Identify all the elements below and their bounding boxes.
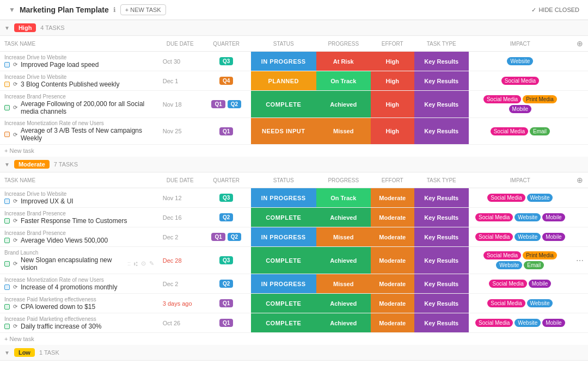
task-name-label: New Slogan encapsulating new vision	[21, 256, 124, 271]
quarter-badge: Q1	[219, 319, 233, 327]
impact-cell: Social MediaPrint MediaWebsiteEmail	[469, 247, 572, 274]
status-badge: IN PROGRESS	[251, 227, 316, 246]
task-type-icon: ⟳	[13, 261, 17, 267]
due-date-cell: Nov 25	[158, 118, 202, 145]
due-date-label: Nov 18	[163, 101, 182, 108]
due-date-label: 3 days ago	[163, 300, 192, 307]
impact-tag: Social Media	[483, 95, 521, 103]
drag-handle[interactable]: ::	[127, 261, 131, 267]
task-parent-label: Increase Brand Presence	[4, 230, 154, 236]
link-icon[interactable]: ⊙	[141, 260, 146, 267]
effort-cell: Moderate	[371, 294, 414, 313]
task-checkbox[interactable]	[4, 284, 10, 290]
task-checkbox[interactable]	[4, 132, 10, 137]
more-cell	[572, 208, 588, 227]
quarter-cell: Q3	[202, 188, 251, 208]
task-name-cell: Brand Launch ⟳ New Slogan encapsulating …	[0, 247, 158, 274]
effort-cell: Moderate	[371, 227, 414, 247]
new-task-link[interactable]: + New task	[4, 147, 34, 154]
task-type-cell: Key Results	[414, 274, 469, 294]
impact-tag: Social Media	[487, 299, 525, 307]
task-type-cell: Key Results	[414, 294, 469, 313]
quarter-badge: Q1	[219, 127, 233, 135]
col-header-due-date: DUE DATE	[158, 36, 202, 52]
col-header-quarter: QUARTER	[202, 361, 251, 366]
task-checkbox[interactable]	[4, 304, 10, 310]
new-task-link[interactable]: + New task	[4, 336, 34, 342]
col-header-task-type: TASK TYPE	[414, 361, 469, 366]
collapse-header-icon[interactable]: ▼	[9, 6, 15, 14]
impact-tag: Website	[507, 57, 533, 65]
task-type-badge: Key Results	[414, 71, 469, 90]
task-name-label: Improved UX & UI	[21, 197, 74, 205]
task-type-icon: ⟳	[13, 104, 17, 110]
col-header-task-type: TASK TYPE	[414, 172, 469, 188]
task-checkbox[interactable]	[4, 261, 10, 267]
impact-tag: Social Media	[487, 194, 525, 202]
task-checkbox[interactable]	[4, 62, 10, 67]
collapse-icon-high[interactable]: ▼	[4, 25, 10, 31]
more-cell	[572, 188, 588, 208]
more-options-icon[interactable]: ⋯	[576, 256, 584, 265]
new-task-row-moderate: + New task	[0, 333, 588, 345]
col-header-add: ⊕	[572, 36, 588, 52]
effort-cell: Moderate	[371, 274, 414, 294]
task-checkbox[interactable]	[4, 218, 10, 224]
hide-closed-button[interactable]: ✓ HIDE CLOSED	[531, 7, 579, 14]
due-date-cell: Nov 12	[158, 188, 202, 208]
effort-badge: Moderate	[371, 313, 414, 332]
add-column-icon[interactable]: ⊕	[577, 39, 583, 48]
status-badge: COMPLETE	[251, 294, 316, 313]
progress-badge: Achieved	[316, 247, 371, 274]
task-checkbox[interactable]	[4, 105, 10, 110]
progress-badge: Achieved	[316, 91, 371, 117]
due-date-cell: Dec 28	[158, 247, 202, 274]
task-checkbox[interactable]	[4, 199, 10, 204]
task-checkbox[interactable]	[4, 238, 10, 243]
quarter-cell: Q1Q2	[202, 91, 251, 118]
task-type-badge: Key Results	[414, 274, 469, 293]
task-type-icon: ⟳	[13, 237, 17, 243]
priority-badge-low: Low	[14, 348, 35, 357]
progress-cell: Achieved	[316, 294, 371, 313]
status-cell: COMPLETE	[251, 208, 316, 227]
impact-cell: Website	[469, 52, 572, 71]
group-header-low: ▼ Low 1 TASK	[0, 345, 588, 361]
more-cell: ⋯	[572, 247, 588, 274]
collapse-icon-moderate[interactable]: ▼	[4, 162, 10, 168]
add-column-icon[interactable]: ⊕	[577, 176, 583, 184]
task-name-label: Increase of 4 promotions monthly	[21, 283, 117, 291]
info-icon[interactable]: ℹ	[113, 6, 116, 14]
effort-cell: High	[371, 52, 414, 71]
impact-cell: Social MediaMobile	[469, 274, 572, 294]
status-cell: NEEDS INPUT	[251, 118, 316, 145]
task-checkbox[interactable]	[4, 82, 10, 87]
new-task-button[interactable]: + NEW TASK	[120, 4, 166, 15]
group-header-moderate: ▼ Moderate 7 TASKS	[0, 157, 588, 172]
impact-tag: Social Media	[475, 233, 513, 241]
status-badge: COMPLETE	[251, 247, 316, 274]
col-header-status: STATUS	[251, 361, 316, 366]
impact-tag: Mobile	[509, 105, 531, 113]
due-date-cell: 3 days ago	[158, 294, 202, 313]
progress-cell: Achieved	[316, 91, 371, 118]
quarter-badge: Q2	[219, 280, 233, 288]
task-type-cell: Key Results	[414, 71, 469, 91]
branch-icon[interactable]: ⑆	[134, 261, 138, 267]
col-header-impact: IMPACT	[469, 361, 572, 366]
task-type-cell: Key Results	[414, 91, 469, 118]
collapse-icon-low[interactable]: ▼	[4, 350, 10, 356]
due-date-cell: Dec 16	[158, 208, 202, 227]
col-header-impact: IMPACT	[469, 36, 572, 52]
task-checkbox[interactable]	[4, 324, 10, 329]
impact-tag: Website	[496, 261, 522, 269]
col-header-impact: IMPACT	[469, 172, 572, 188]
edit-icon[interactable]: ✎	[149, 260, 154, 267]
task-name-cell: Increase Brand Presence ⟳ Average Video …	[0, 227, 158, 247]
task-type-badge: Key Results	[414, 118, 469, 144]
progress-cell: Missed	[316, 274, 371, 294]
table-row: Increase Monetization Rate of new Users …	[0, 118, 588, 145]
impact-cell: Social MediaPrint MediaMobile	[469, 91, 572, 118]
col-header-progress: PROGRESS	[316, 36, 371, 52]
impact-tag: Website	[514, 213, 541, 221]
